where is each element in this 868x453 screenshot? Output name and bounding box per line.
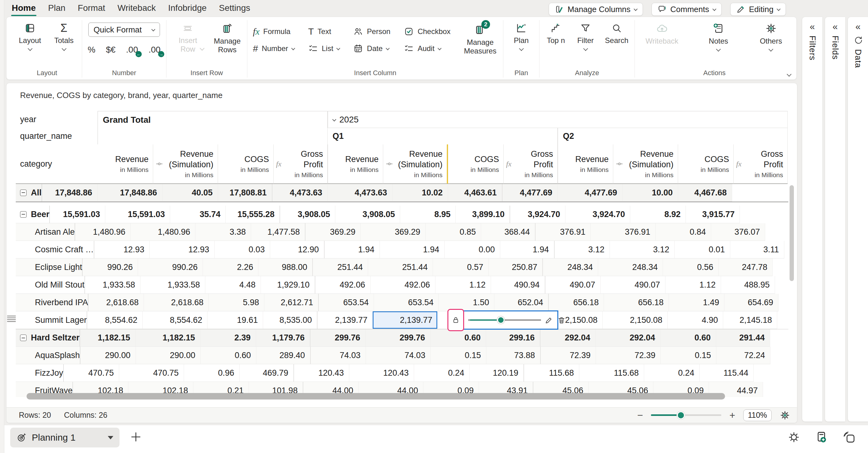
value-cell[interactable]: 0.60	[201, 347, 256, 364]
value-cell[interactable]: 72.39	[596, 347, 661, 364]
value-cell[interactable]: 290.00	[136, 347, 201, 364]
expand-panel-icon[interactable]: «	[810, 22, 815, 31]
horizontal-scrollbar[interactable]	[27, 393, 725, 399]
value-cell[interactable]: 490.94	[491, 276, 545, 294]
value-cell[interactable]: 1,182.15	[135, 329, 200, 347]
collapse-year-icon[interactable]	[332, 117, 336, 121]
value-cell[interactable]: 17,808.81	[218, 184, 272, 202]
value-cell[interactable]: 0.15	[661, 347, 716, 364]
value-cell[interactable]: 74.03	[366, 347, 431, 364]
row-label-cell[interactable]: Summit Lager	[16, 311, 87, 329]
value-cell[interactable]: 2,145.18	[723, 311, 777, 329]
year-2025-header[interactable]: 2025	[328, 111, 788, 128]
value-cell[interactable]: 0.84	[656, 223, 711, 241]
top-n-button[interactable]: Top n	[545, 23, 567, 45]
checkbox-column-button[interactable]: Checkbox	[404, 26, 451, 37]
value-cell[interactable]: 369.29	[361, 223, 426, 241]
value-cell[interactable]: 1,929.10	[261, 276, 315, 294]
quarter-header-q1[interactable]: Q1	[328, 128, 558, 144]
value-cell[interactable]: 990.26	[83, 258, 138, 276]
value-cell[interactable]: 4,473.63	[272, 184, 328, 202]
menu-item-writeback[interactable]: Writeback	[117, 1, 157, 15]
side-tab-fields[interactable]: «Fields	[825, 17, 845, 422]
manage-measures-button[interactable]: 2 Manage Measures	[463, 23, 497, 56]
workbook-settings-gear-icon[interactable]	[788, 431, 800, 444]
value-cell[interactable]: 4,463.61	[448, 184, 502, 202]
value-cell[interactable]: 1,933.58	[85, 276, 141, 294]
manage-columns-button[interactable]: Manage Columns	[549, 3, 643, 16]
value-cell[interactable]: 8.92	[630, 206, 686, 223]
menu-item-infobridge[interactable]: Infobridge	[168, 1, 208, 15]
value-cell[interactable]: 2,618.68	[88, 294, 144, 311]
value-cell[interactable]: 115.68	[579, 364, 644, 382]
collapse-row-icon[interactable]	[20, 211, 27, 218]
measure-header-grand-sim[interactable]: Revenue (Simulation)in Millions	[153, 144, 218, 184]
value-cell[interactable]: 4.48	[205, 276, 261, 294]
value-cell[interactable]: 470.75	[64, 364, 119, 382]
value-cell[interactable]: 488.95	[721, 276, 775, 294]
layout-button[interactable]: Layout	[18, 23, 42, 51]
value-cell[interactable]: 1.12	[665, 276, 721, 294]
value-cell[interactable]: 990.26	[138, 258, 203, 276]
comments-button[interactable]: Comments	[652, 3, 722, 16]
selected-cell[interactable]: 2,139.77	[373, 311, 438, 329]
value-cell[interactable]: 0.00	[445, 241, 500, 258]
value-cell[interactable]: 115.68	[524, 364, 579, 382]
value-cell[interactable]: 15,591.03	[50, 206, 105, 223]
value-cell[interactable]: 250.87	[489, 258, 542, 276]
value-cell[interactable]: 120.19	[470, 364, 524, 382]
value-cell[interactable]: 72.39	[540, 347, 596, 364]
value-cell[interactable]: 4,473.63	[328, 184, 393, 202]
table-settings-gear-icon[interactable]	[780, 410, 790, 421]
value-cell[interactable]: 291.44	[716, 329, 770, 347]
measure-header-q1-gp[interactable]: fxGross Profitin Millions	[504, 144, 558, 184]
value-cell[interactable]: 2.39	[200, 329, 256, 347]
value-cell[interactable]: 0.57	[433, 258, 489, 276]
value-cell[interactable]: 3,924.70	[510, 206, 565, 223]
value-cell[interactable]: 1.94	[380, 241, 445, 258]
manage-rows-button[interactable]: Manage Rows	[213, 23, 242, 54]
value-cell[interactable]: 0.85	[426, 223, 481, 241]
value-cell[interactable]: 492.06	[371, 276, 435, 294]
row-label-cell[interactable]: Artisan Ale	[16, 223, 75, 241]
row-label-cell[interactable]: Old Mill Stout	[16, 276, 85, 294]
number-column-button[interactable]: # Number	[253, 44, 294, 54]
formula-column-button[interactable]: fx Formula	[253, 26, 294, 37]
value-cell[interactable]: 0.01	[675, 241, 730, 258]
value-cell[interactable]: 4,477.69	[558, 184, 622, 202]
currency-format-button[interactable]: $€	[106, 45, 116, 55]
value-cell[interactable]: 2,150.08	[603, 311, 668, 329]
decrease-decimal-button[interactable]: .00←	[126, 45, 138, 55]
measure-header-q2-rev[interactable]: Revenuein Millions	[558, 144, 613, 184]
value-cell[interactable]: 248.34	[598, 258, 663, 276]
value-cell[interactable]: 1,182.15	[80, 329, 135, 347]
date-column-button[interactable]: Date	[353, 44, 390, 54]
value-cell[interactable]: 0.60	[430, 329, 486, 347]
value-cell[interactable]: 0.24	[414, 364, 470, 382]
plan-button[interactable]: Plan	[509, 23, 534, 51]
zoom-out-button[interactable]: −	[637, 410, 643, 420]
value-cell[interactable]: 17,848.86	[98, 184, 162, 202]
notes-button[interactable]: Notes	[706, 23, 731, 51]
value-cell[interactable]: 1.94	[324, 241, 380, 258]
value-cell[interactable]: 469.79	[240, 364, 293, 382]
value-cell[interactable]: 2,612.71	[264, 294, 318, 311]
grand-total-header[interactable]: Grand Total	[98, 111, 328, 144]
value-cell[interactable]: 72.24	[716, 347, 770, 364]
value-cell[interactable]: 3.12	[610, 241, 675, 258]
value-cell[interactable]: 4,467.68	[678, 184, 732, 202]
add-sheet-button[interactable]	[130, 431, 142, 443]
collapse-row-icon[interactable]	[20, 190, 27, 196]
quarter-header-q2[interactable]: Q2	[558, 128, 788, 144]
value-cell[interactable]: 12.93	[150, 241, 215, 258]
value-cell[interactable]: 8.95	[400, 206, 456, 223]
audit-column-button[interactable]: Audit	[404, 44, 451, 54]
value-cell[interactable]: 376.91	[591, 223, 656, 241]
collapse-row-icon[interactable]	[20, 335, 27, 341]
measure-header-q1-rev[interactable]: Revenuein Millions	[328, 144, 383, 184]
value-cell[interactable]: 1.94	[500, 241, 554, 258]
value-cell[interactable]: 115.44	[700, 364, 754, 382]
value-cell[interactable]: 120.43	[349, 364, 414, 382]
person-column-button[interactable]: Person	[353, 26, 390, 37]
value-cell[interactable]: 248.34	[542, 258, 598, 276]
